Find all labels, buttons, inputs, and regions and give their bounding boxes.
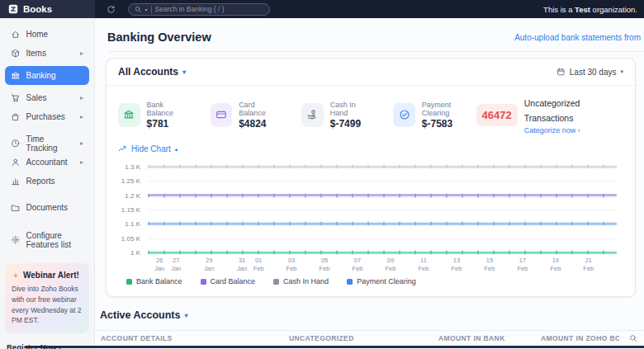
series-line-bank-balance [148, 251, 617, 255]
summary-cards: Bank Balance$781Card Balance$4824Cash In… [118, 101, 476, 130]
legend-item-cash-in-hand[interactable]: Cash In Hand [273, 277, 329, 285]
items-icon [11, 49, 21, 59]
search-divider [151, 6, 152, 13]
uncategorized-transactions: 46472 Uncategorized Transactions Categor… [476, 95, 623, 134]
legend-swatch [273, 279, 279, 285]
sidebar-item-banking[interactable]: Banking [5, 66, 89, 85]
sales-icon [11, 93, 21, 103]
recent-history-icon[interactable] [107, 5, 116, 14]
legend-label: Bank Balance [136, 277, 182, 285]
sidebar-item-accountant[interactable]: Accountant▸ [5, 153, 89, 171]
submenu-arrow-icon: ▸ [80, 113, 83, 120]
summary-value: $781 [147, 118, 189, 130]
y-axis-tick: 1 K [130, 249, 140, 257]
accounts-filter-label: All Accounts [118, 66, 178, 78]
x-axis-label: 29Jan [204, 257, 214, 273]
sparkle-icon [12, 271, 20, 280]
page-title: Banking Overview [107, 31, 211, 44]
sidebar-item-items[interactable]: Items▸ [5, 45, 89, 62]
date-range-label: Last 30 days [570, 68, 617, 77]
main-content: Banking Overview Auto-upload bank statem… [95, 18, 644, 349]
uncategorized-label: Uncategorized Transactions [524, 98, 580, 123]
x-axis-label: 31Jan [237, 257, 247, 273]
chevron-up-icon: ▴ [175, 146, 178, 153]
cash-icon [301, 103, 324, 127]
sidebar-item-configure-features-list[interactable]: Configure Features list [5, 231, 89, 248]
summary-label: Payment Clearing [422, 101, 476, 117]
summary-bank-balance: Bank Balance$781 [118, 101, 189, 130]
column-header-uncategorized: UNCATEGORIZED [289, 334, 438, 342]
summary-value: $4824 [239, 118, 280, 130]
sidebar-item-label: Accountant [26, 158, 68, 167]
x-axis-label: 19Feb [550, 257, 561, 273]
sidebar-nav: HomeItems▸BankingSales▸Purchases▸Time Tr… [0, 18, 95, 349]
search-input[interactable] [155, 5, 263, 13]
legend-label: Payment Clearing [357, 277, 416, 285]
horizontal-scrollbar[interactable] [25, 346, 644, 348]
legend-label: Cash In Hand [283, 277, 329, 285]
sidebar-item-time-tracking[interactable]: Time Tracking▸ [5, 134, 89, 152]
chevron-down-icon[interactable]: ▾ [145, 7, 148, 12]
sidebar-item-home[interactable]: Home [5, 26, 89, 43]
sidebar-item-label: Home [26, 30, 49, 39]
legend-item-card-balance[interactable]: Card Balance [201, 277, 256, 285]
sidebar-item-documents[interactable]: Documents [5, 199, 89, 216]
x-axis-label: 27Jan [171, 257, 181, 273]
y-axis-tick: 1.15 K [121, 206, 140, 214]
summary-payment-clearing: Payment Clearing$-7583 [393, 101, 476, 130]
sidebar-item-reports[interactable]: Reports [5, 172, 89, 190]
legend-swatch [347, 279, 353, 285]
gridline [148, 210, 617, 210]
reports-icon [11, 177, 21, 186]
legend-item-bank-balance[interactable]: Bank Balance [126, 277, 182, 285]
active-accounts-dropdown[interactable]: Active Accounts ▾ [100, 309, 644, 321]
table-search-icon[interactable] [629, 334, 637, 342]
summary-value: $-7583 [422, 118, 476, 130]
x-axis-label: 09Feb [386, 257, 396, 273]
x-axis-label: 11Feb [418, 257, 429, 273]
x-axis-label: 07Feb [353, 257, 363, 273]
summary-label: Cash In Hand [330, 101, 372, 117]
accountant-icon [11, 158, 21, 167]
sidebar-item-sales[interactable]: Sales▸ [5, 89, 89, 106]
legend-item-payment-clearing[interactable]: Payment Clearing [347, 277, 416, 285]
time-icon [11, 139, 21, 149]
banking-icon [11, 71, 21, 81]
org-note: This is a Test organization. [543, 5, 644, 14]
sidebar-item-label: Documents [26, 203, 69, 212]
chart-plot-area: 26Jan27Jan29Jan31Jan01Feb03Feb05Feb07Feb… [148, 167, 617, 252]
balance-summary-row: Bank Balance$781Card Balance$4824Cash In… [107, 86, 635, 142]
accounts-table-header: ACCOUNT DETAILSUNCATEGORIZEDAMOUNT IN BA… [95, 330, 644, 347]
y-axis-tick: 1.1 K [125, 220, 140, 228]
gridline [148, 238, 617, 239]
chart-legend: Bank BalanceCard BalanceCash In HandPaym… [126, 277, 635, 296]
accounts-filter-dropdown[interactable]: All Accounts ▾ [118, 66, 186, 78]
legend-swatch [201, 279, 206, 285]
summary-value: $-7499 [330, 118, 372, 130]
column-header-amount-in-bank: AMOUNT IN BANK [438, 334, 541, 342]
app-logo[interactable]: Books [0, 0, 95, 18]
accounts-overview-panel: All Accounts ▾ Last 30 days ▾ Bank Balan… [106, 58, 636, 297]
hide-chart-toggle[interactable]: Hide Chart ▴ [118, 144, 178, 153]
global-search[interactable]: ▾ [128, 3, 270, 16]
series-line-payment-clearing [148, 222, 617, 226]
date-range-dropdown[interactable]: Last 30 days ▾ [556, 68, 623, 77]
categorize-now-link[interactable]: Categorize now › [524, 126, 622, 134]
submenu-arrow-icon: ▸ [80, 158, 83, 166]
submenu-arrow-icon: ▸ [80, 50, 83, 57]
sidebar-item-label: Reports [26, 177, 55, 186]
submenu-arrow-icon: ▸ [80, 94, 83, 101]
x-axis-label: 21Feb [583, 257, 594, 273]
check-circle-icon [393, 103, 415, 127]
app-logo-label: Books [23, 4, 52, 14]
y-axis-tick: 1.3 K [125, 163, 140, 171]
sidebar-item-purchases[interactable]: Purchases▸ [5, 108, 89, 125]
documents-icon [11, 203, 21, 213]
card-icon [211, 103, 233, 127]
y-axis-tick: 1.25 K [121, 177, 140, 185]
sidebar-item-label: Sales [26, 93, 47, 102]
calendar-icon [556, 68, 566, 77]
submenu-arrow-icon: ▸ [80, 139, 83, 147]
auto-upload-link[interactable]: Auto-upload bank statements from [514, 33, 641, 42]
sidebar-item-label: Items [26, 49, 46, 58]
